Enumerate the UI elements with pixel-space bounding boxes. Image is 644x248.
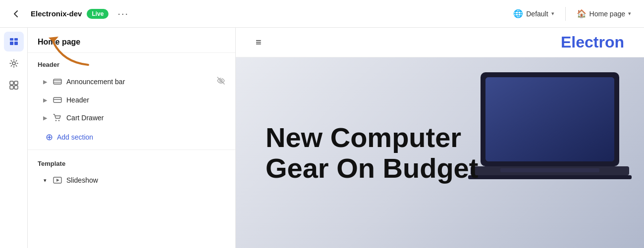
hamburger-icon: ≡ bbox=[256, 37, 262, 48]
header-group: Header ▶ Announcement bar bbox=[28, 53, 235, 148]
homepage-selector[interactable]: 🏠 Home page ▾ bbox=[572, 6, 636, 21]
svg-rect-3 bbox=[14, 42, 18, 45]
svg-point-4 bbox=[12, 62, 15, 65]
site-name: Electronix-dev bbox=[31, 9, 82, 18]
announcement-bar-item[interactable]: ▶ Announcement bar bbox=[28, 72, 235, 91]
chevron-down-icon-3: ▾ bbox=[42, 177, 49, 184]
chevron-down-icon-2: ▾ bbox=[628, 10, 631, 17]
header-group-label: Header bbox=[28, 53, 235, 72]
header-icon bbox=[53, 95, 62, 105]
svg-rect-5 bbox=[10, 81, 13, 85]
svg-rect-7 bbox=[10, 86, 13, 89]
chevron-icon-2: ▶ bbox=[42, 97, 49, 103]
default-selector[interactable]: 🌐 Default ▾ bbox=[508, 6, 559, 21]
chevron-down-icon: ▾ bbox=[551, 10, 554, 17]
add-section-label: Add section bbox=[57, 133, 93, 141]
sidebar-item-settings[interactable] bbox=[4, 53, 24, 73]
announcement-bar-icon bbox=[53, 77, 62, 87]
preview-logo: Electron bbox=[561, 33, 624, 51]
back-button[interactable] bbox=[8, 6, 24, 22]
cart-drawer-item[interactable]: ▶ Cart Drawer bbox=[28, 109, 235, 127]
default-label: Default bbox=[526, 10, 548, 18]
settings-icon bbox=[9, 58, 19, 68]
laptop-svg bbox=[466, 67, 644, 206]
preview-hero: New Computer Gear On Budget bbox=[236, 57, 644, 248]
header-label: Header bbox=[66, 96, 225, 104]
sections-icon bbox=[9, 37, 19, 47]
sidebar-icons bbox=[0, 28, 28, 248]
sidebar-item-sections[interactable] bbox=[4, 32, 24, 51]
svg-rect-9 bbox=[54, 79, 61, 84]
svg-rect-13 bbox=[54, 98, 61, 102]
more-options-button[interactable]: ··· bbox=[113, 6, 133, 21]
back-icon bbox=[11, 9, 21, 19]
live-badge: Live bbox=[87, 9, 108, 19]
cart-drawer-icon bbox=[53, 113, 62, 123]
website-preview: ≡ Electron New Computer Gear On Budget bbox=[236, 28, 644, 248]
sidebar-item-apps[interactable] bbox=[4, 75, 24, 95]
preview-area: ≡ Electron New Computer Gear On Budget bbox=[236, 28, 644, 248]
home-icon: 🏠 bbox=[577, 9, 587, 18]
chevron-icon: ▶ bbox=[42, 79, 49, 85]
template-group: Template ▾ Slideshow bbox=[28, 152, 235, 189]
sections-panel: Home page Header ▶ Announcement bar bbox=[28, 28, 236, 248]
topbar: Electronix-dev Live ··· 🌐 Default ▾ 🏠 Ho… bbox=[0, 0, 644, 28]
slideshow-label: Slideshow bbox=[66, 176, 225, 184]
svg-rect-24 bbox=[500, 168, 599, 172]
topbar-divider bbox=[565, 7, 566, 21]
laptop-illustration bbox=[466, 67, 644, 206]
template-group-label: Template bbox=[28, 152, 235, 171]
globe-icon: 🌐 bbox=[513, 9, 523, 18]
hero-title: New Computer Gear On Budget bbox=[266, 122, 478, 183]
svg-rect-6 bbox=[14, 81, 18, 85]
topbar-right: 🌐 Default ▾ 🏠 Home page ▾ bbox=[322, 6, 636, 21]
svg-rect-8 bbox=[14, 86, 18, 89]
svg-rect-1 bbox=[14, 38, 18, 41]
add-circle-icon: ⊕ bbox=[46, 132, 53, 143]
topbar-left: Electronix-dev Live ··· bbox=[8, 6, 322, 22]
apps-icon bbox=[9, 80, 19, 90]
add-section-button[interactable]: ⊕ Add section bbox=[28, 127, 235, 148]
cart-drawer-label: Cart Drawer bbox=[66, 114, 225, 122]
slideshow-item[interactable]: ▾ Slideshow bbox=[28, 171, 235, 189]
slideshow-icon bbox=[53, 175, 62, 185]
hero-text: New Computer Gear On Budget bbox=[266, 122, 478, 183]
preview-nav: ≡ Electron bbox=[236, 28, 644, 57]
chevron-icon-3: ▶ bbox=[42, 115, 49, 121]
panel-divider bbox=[28, 149, 235, 150]
svg-point-16 bbox=[58, 120, 59, 121]
hidden-icon bbox=[216, 76, 225, 87]
svg-rect-23 bbox=[468, 175, 632, 179]
svg-point-15 bbox=[55, 120, 56, 121]
svg-marker-18 bbox=[56, 179, 59, 182]
announcement-bar-label: Announcement bar bbox=[66, 78, 213, 86]
svg-rect-21 bbox=[485, 77, 614, 161]
main-area: Home page Header ▶ Announcement bar bbox=[0, 28, 644, 248]
home-page-label: Home page bbox=[590, 10, 625, 18]
svg-rect-0 bbox=[10, 38, 13, 41]
svg-rect-2 bbox=[10, 42, 13, 45]
panel-title: Home page bbox=[28, 28, 235, 53]
header-item[interactable]: ▶ Header bbox=[28, 91, 235, 109]
